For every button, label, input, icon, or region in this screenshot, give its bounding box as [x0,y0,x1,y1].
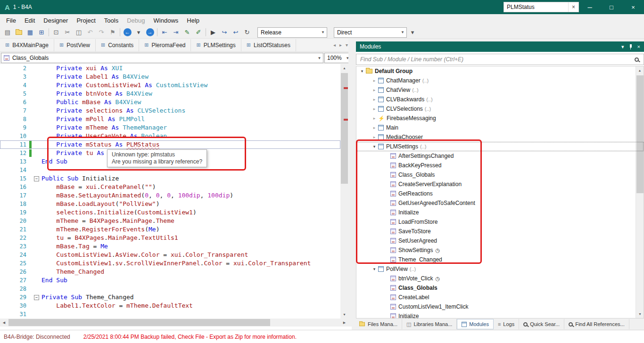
scroll-up-icon[interactable]: ▲ [340,64,348,72]
code-line-20[interactable]: 20 mTheme = B4XPages.MainPage.Theme [0,217,340,225]
sub-item-createlabel[interactable]: CreateLabel [356,293,644,302]
expanded-arrow-icon[interactable]: ▾ [358,69,366,74]
code-line-17[interactable]: 17 mBase.SetLayoutAnimated(0, 0, 0, 100d… [0,191,340,200]
modules-search-box[interactable] [356,54,644,65]
pin-icon[interactable] [629,44,633,50]
collapsed-arrow-icon[interactable]: ▸ [371,135,378,139]
code-line-7[interactable]: 7 Private selections As CLVSelections [0,106,340,115]
menu-project[interactable]: Project [72,15,99,26]
maximize-button[interactable]: □ [601,0,622,14]
scroll-left-icon[interactable]: ◀ [0,318,8,327]
menu-edit[interactable]: Edit [20,15,39,26]
module-item-mediachooser[interactable]: ▸MediaChooser [356,132,644,142]
collapsed-arrow-icon[interactable]: ▸ [371,125,378,130]
code-line-10[interactable]: 10 Private UserCanVote As Boolean [0,132,340,140]
code-line-4[interactable]: 4 Private CustomListView1 As CustomListV… [0,81,340,90]
sub-item-savetostore[interactable]: SaveToStore [356,227,644,236]
editor-tab-plmsettings[interactable]: ⊞PLMSettings [191,39,241,51]
rebuild-button[interactable]: ↻ [241,27,253,38]
fold-toggle-icon[interactable]: − [34,176,39,181]
module-item-pollview[interactable]: ▾PollView(..) [356,264,644,274]
sub-item-class_globals[interactable]: Class_Globals [356,170,644,180]
sub-item-customlistview1_itemclick[interactable]: CustomListView1_ItemClick [356,302,644,311]
open-project-button[interactable] [13,27,25,38]
menu-debug[interactable]: Debug [123,15,149,26]
cut-button[interactable]: ✂ [62,27,73,38]
zoom-dropdown[interactable]: 100% ▼ [324,53,351,63]
title-search-input[interactable] [504,4,568,10]
code-editor[interactable]: 2 Private xui As XUI3 Private Label1 As … [0,64,340,318]
code-line-3[interactable]: 3 Private Label1 As B4XView [0,73,340,81]
editor-vertical-scrollbar[interactable]: ▲ ▼ [340,64,348,318]
module-item-default group[interactable]: ▾Default Group [356,66,644,76]
collapsed-arrow-icon[interactable]: ▸ [371,116,378,121]
module-item-main[interactable]: ▸Main [356,123,644,132]
menu-windows[interactable]: Windows [149,15,183,26]
comment-button[interactable]: ✎ [182,27,193,38]
code-line-9[interactable]: 9 Private mTheme As ThemeManager [0,123,340,132]
navigate-back-dropdown[interactable]: ▾ [133,27,144,38]
sub-item-showsettings[interactable]: ShowSettings◷ [356,245,644,255]
menu-designer[interactable]: Designer [39,15,72,26]
collapsed-arrow-icon[interactable]: ▸ [371,106,378,111]
collapsed-arrow-icon[interactable]: ▸ [371,97,378,102]
panel-splitter[interactable] [348,39,356,327]
sub-scope-dropdown[interactable]: Class_Globals ▼ [1,53,323,63]
code-line-27[interactable]: 27End Sub [0,276,340,285]
fold-toggle-icon[interactable]: − [34,295,39,300]
bottom-tab-files-mana[interactable]: Files Mana... [355,319,402,329]
module-collapse-hint[interactable]: (..) [422,78,429,83]
bookmark-button[interactable]: ⚑ [107,27,118,38]
bottom-tab-find-all-references[interactable]: Find All References... [564,319,629,329]
module-item-chatmanager[interactable]: ▸ChatManager(..) [356,76,644,85]
sub-item-theme_changed[interactable]: Theme_Changed [356,255,644,264]
module-collapse-hint[interactable]: (..) [425,106,431,112]
undo-button[interactable]: ↶ [84,27,96,38]
clear-search-icon[interactable]: × [568,2,578,12]
code-line-18[interactable]: 18 mBase.LoadLayout("PollView") [0,200,340,208]
close-panel-icon[interactable]: × [637,44,640,49]
print-button[interactable]: ⊡ [50,27,62,38]
goto-back-button[interactable]: ↩ [230,27,241,38]
save-button[interactable]: ▦ [25,27,36,38]
sub-item-backkeypressed[interactable]: BackKeyPressed [356,161,644,170]
module-collapse-hint[interactable]: (..) [420,144,426,149]
outdent-button[interactable]: ⇤ [159,27,170,38]
module-collapse-hint[interactable]: (..) [410,266,416,272]
sub-item-class_globals[interactable]: Class_Globals [356,283,644,293]
code-line-8[interactable]: 8 Private mPoll As PLMPoll [0,115,340,123]
vertical-scroll-thumb[interactable] [341,73,348,184]
collapsed-arrow-icon[interactable]: ▸ [371,88,378,92]
module-item-firebasemessaging[interactable]: ▸⚡FirebaseMessaging [356,114,644,123]
navigate-forward-button[interactable]: → [144,27,156,38]
code-line-31[interactable]: 31 [0,310,340,318]
sub-item-loadfromstore[interactable]: LoadFromStore [356,217,644,227]
code-line-22[interactable]: 22 tu = B4XPages.MainPage.TextUtils1 [0,234,340,242]
editor-tab-constants[interactable]: ⊞Constants [96,39,139,51]
code-line-24[interactable]: 24 CustomListView1.AsView.Color = xui.Co… [0,251,340,259]
collapse-panel-icon[interactable]: ▾ [621,44,624,50]
code-line-2[interactable]: 2 Private xui As XUI [0,64,340,73]
editor-horizontal-scrollbar[interactable]: ◀ ▶ [0,318,348,327]
close-button[interactable]: × [622,0,644,14]
module-collapse-hint[interactable]: (..) [426,97,432,102]
toolbar-overflow-button[interactable]: ▾ [407,27,418,38]
editor-tab-listofstatuses[interactable]: ⊞ListOfStatuses [241,39,296,51]
redo-button[interactable]: ↷ [96,27,107,38]
editor-tab-b4xmainpage[interactable]: ⊞B4XMainPage [0,39,54,51]
code-line-5[interactable]: 5 Private btnVote As B4XView [0,90,340,98]
code-line-21[interactable]: 21 mTheme.RegisterForEvents(Me) [0,225,340,234]
expanded-arrow-icon[interactable]: ▾ [371,267,378,271]
modules-search-input[interactable] [356,56,635,63]
uncomment-button[interactable]: ✐ [193,27,204,38]
code-line-25[interactable]: 25 CustomListView1.sv.ScrollViewInnerPan… [0,259,340,268]
goto-definition-button[interactable]: ↪ [219,27,230,38]
new-tab-button[interactable]: ▤ [2,27,13,38]
indent-button[interactable]: ⇥ [170,27,182,38]
sub-item-getuseragreedtosafecontent[interactable]: GetUserAgreedToSafeContent [356,198,644,208]
sub-item-getreactions[interactable]: GetReactions [356,189,644,198]
minimize-button[interactable]: ─ [579,0,601,14]
code-line-23[interactable]: 23 mBase.Tag = Me [0,242,340,251]
code-line-26[interactable]: 26 Theme_Changed [0,268,340,276]
editor-tab-pleromafeed[interactable]: ⊞PleromaFeed [139,39,191,51]
